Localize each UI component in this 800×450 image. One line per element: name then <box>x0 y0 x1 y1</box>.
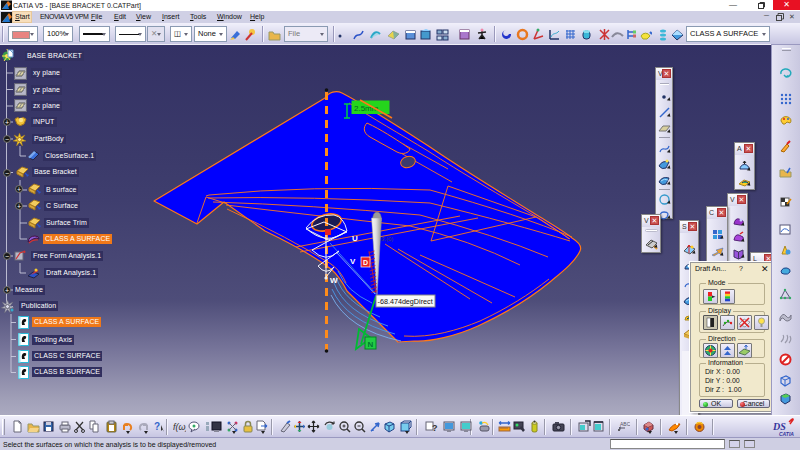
svg-text:N: N <box>368 340 374 349</box>
svg-text:ABC: ABC <box>620 421 630 427</box>
svg-text:D: D <box>363 259 368 266</box>
svg-text:?: ? <box>154 421 160 432</box>
svg-text:U: U <box>352 234 358 243</box>
svg-text:V: V <box>350 257 356 266</box>
svg-text:3.(0): 3.(0) <box>381 236 393 242</box>
svg-text:?: ? <box>432 423 438 433</box>
svg-text:f(ω): f(ω) <box>173 422 186 432</box>
svg-text:W: W <box>330 276 338 285</box>
svg-text:-68.474degDirect: -68.474degDirect <box>378 297 433 306</box>
